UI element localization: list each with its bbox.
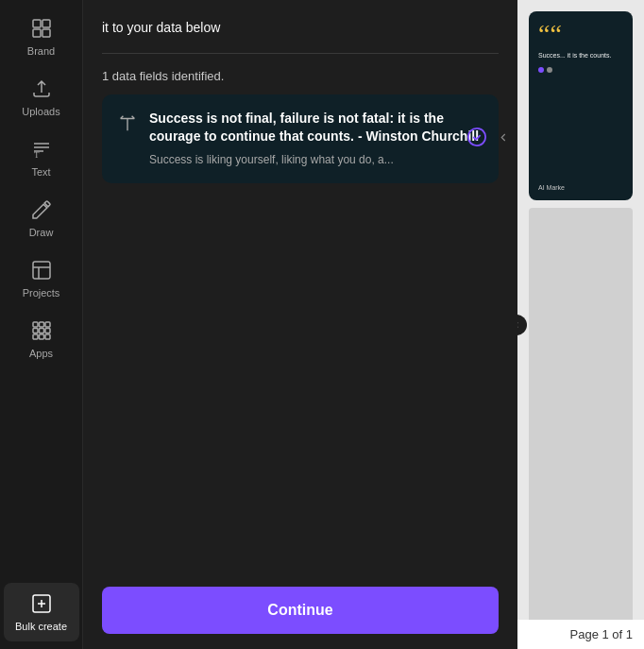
- sidebar-item-text-label: Text: [31, 166, 50, 178]
- data-fields-text: 1 data fields identified.: [102, 69, 499, 83]
- bulk-create-icon: [30, 592, 53, 617]
- sidebar-item-text[interactable]: T Text: [4, 128, 79, 187]
- svg-rect-3: [42, 29, 50, 37]
- dot-2: [547, 67, 552, 73]
- panel-title: it to your data below: [102, 19, 499, 38]
- divider: [102, 53, 499, 54]
- page-indicator: Page 1 of 1: [517, 620, 644, 649]
- check-icon: [466, 127, 487, 151]
- svg-rect-13: [39, 334, 43, 339]
- preview-dots: [538, 67, 623, 73]
- panel-content: it to your data below 1 data fields iden…: [83, 0, 517, 572]
- preview-panel: ““ Succes... it is the counts. AI Marke …: [517, 0, 644, 649]
- sidebar-item-apps[interactable]: Apps: [4, 310, 79, 368]
- quote-mark: ““: [538, 21, 623, 47]
- sidebar: Brand Uploads T Text Draw: [0, 0, 83, 649]
- data-card-content: Success is not final, failure is not fat…: [149, 110, 483, 168]
- draw-icon: [30, 198, 53, 223]
- uploads-icon: [30, 77, 53, 102]
- preview-blank-area: [529, 208, 633, 638]
- preview-card-text: Succes... it is the counts.: [538, 51, 623, 60]
- apps-icon: [30, 319, 53, 344]
- data-card[interactable]: Success is not final, failure is not fat…: [102, 94, 499, 183]
- text-field-icon: [117, 113, 138, 138]
- sidebar-item-apps-label: Apps: [29, 348, 53, 359]
- svg-rect-8: [45, 322, 50, 327]
- svg-point-16: [468, 128, 485, 145]
- sidebar-item-uploads-label: Uploads: [22, 106, 59, 117]
- preview-collapse-button[interactable]: [517, 315, 527, 335]
- svg-rect-11: [45, 329, 50, 333]
- sidebar-item-draw-label: Draw: [29, 227, 54, 238]
- bulk-create-label: Bulk create: [15, 621, 67, 632]
- continue-button[interactable]: Continue: [102, 587, 499, 634]
- svg-rect-9: [33, 329, 38, 333]
- sidebar-item-uploads[interactable]: Uploads: [4, 68, 79, 127]
- dot-1: [538, 67, 544, 73]
- page-indicator-text: Page 1 of 1: [570, 627, 634, 641]
- svg-rect-1: [42, 20, 50, 27]
- main-panel: it to your data below 1 data fields iden…: [83, 0, 517, 649]
- svg-rect-2: [33, 29, 41, 37]
- svg-rect-5: [33, 262, 50, 279]
- continue-section: Continue: [83, 572, 517, 649]
- svg-rect-6: [33, 322, 38, 327]
- svg-rect-10: [39, 329, 43, 333]
- data-card-subtitle: Success is liking yourself, liking what …: [149, 152, 483, 168]
- projects-icon: [30, 259, 53, 283]
- svg-rect-7: [39, 322, 43, 327]
- data-card-title: Success is not final, failure is not fat…: [149, 110, 483, 146]
- sidebar-item-brand[interactable]: Brand: [4, 8, 79, 66]
- sidebar-item-brand-label: Brand: [27, 45, 55, 57]
- svg-rect-14: [45, 334, 50, 339]
- text-icon: T: [30, 138, 53, 162]
- sidebar-item-draw[interactable]: Draw: [4, 189, 79, 248]
- preview-card: ““ Succes... it is the counts. AI Marke: [529, 11, 633, 200]
- sidebar-item-projects[interactable]: Projects: [4, 249, 79, 308]
- card-collapse-arrow[interactable]: [497, 130, 510, 146]
- sidebar-item-projects-label: Projects: [23, 287, 60, 299]
- preview-label: AI Marke: [538, 177, 623, 191]
- bulk-create-button[interactable]: Bulk create: [4, 583, 79, 641]
- brand-icon: [30, 17, 53, 42]
- svg-text:T: T: [34, 150, 40, 160]
- svg-rect-12: [33, 334, 38, 339]
- svg-rect-0: [33, 20, 41, 27]
